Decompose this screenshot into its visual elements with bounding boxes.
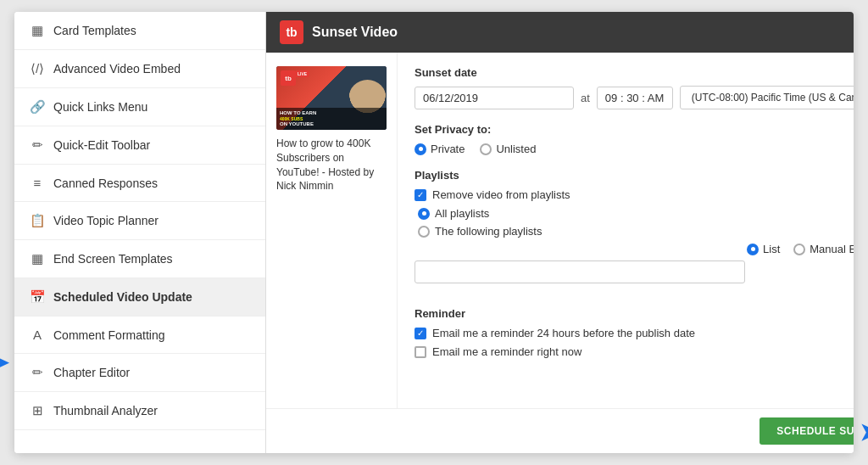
sidebar-item-quick-edit-toolbar[interactable]: ✏Quick-Edit Toolbar (14, 126, 265, 165)
footer-row: SCHEDULE SUNSET (266, 408, 854, 453)
unlisted-radio-label[interactable]: Unlisted (480, 143, 536, 155)
sidebar-item-advanced-video-embed[interactable]: ⟨/⟩Advanced Video Embed (14, 50, 265, 88)
all-playlists-row: All playlists (418, 207, 854, 220)
quick-links-menu-label: Quick Links Menu (53, 100, 147, 114)
thumb-headline: HOW TO EARN (280, 110, 383, 116)
time-input[interactable] (597, 87, 673, 109)
reminder-now-checkbox[interactable] (415, 346, 426, 358)
quick-edit-toolbar-icon: ✏ (30, 137, 45, 153)
end-screen-templates-icon: ▦ (30, 251, 45, 266)
thumb-platform: ON YOUTUBE (280, 121, 383, 127)
main-panel: tb Sunset Video ? ✕ tb LIVE (266, 12, 854, 453)
manual-entry-radio[interactable] (793, 244, 805, 255)
playlists-section: Playlists Remove video from playlists Al… (415, 169, 854, 295)
reminder-label: Reminder (415, 307, 854, 320)
scheduled-video-update-icon: 📅 (30, 289, 45, 305)
list-manual-row: List Manual Entry (415, 243, 854, 255)
remove-playlists-checkbox[interactable] (415, 189, 426, 201)
privacy-row: Private Unlisted (415, 143, 854, 155)
timezone-select[interactable]: (UTC-08:00) Pacific Time (US & Canada) (680, 86, 854, 109)
reminder-24h-row: Email me a reminder 24 hours before the … (415, 327, 854, 339)
following-playlists-label: The following playlists (435, 225, 542, 238)
chapter-editor-icon: ✏ (30, 365, 45, 380)
reminder-now-row: Email me a reminder right now (415, 345, 854, 358)
card-templates-label: Card Templates (53, 24, 136, 37)
live-badge: LIVE (295, 70, 309, 77)
sidebar-item-thumbnail-analyzer[interactable]: ⊞Thumbnail Analyzer (14, 392, 265, 430)
sidebar: ▦Card Templates⟨/⟩Advanced Video Embed🔗Q… (14, 12, 266, 453)
sunset-date-label: Sunset date (415, 66, 854, 79)
manual-entry-label: Manual Entry (810, 243, 854, 255)
all-playlists-label: All playlists (435, 207, 489, 220)
list-radio-label[interactable]: List (747, 243, 780, 255)
sidebar-item-canned-responses[interactable]: ≡Canned Responses (14, 165, 265, 202)
comment-formatting-label: Comment Formatting (53, 328, 164, 342)
video-title: How to grow to 400K Subscribers on YouTu… (276, 137, 387, 193)
reminder-24h-label: Email me a reminder 24 hours before the … (432, 327, 695, 339)
reminder-section: Reminder Email me a reminder 24 hours be… (415, 307, 854, 358)
reminder-now-label: Email me a reminder right now (432, 345, 581, 358)
all-playlists-radio[interactable] (418, 208, 430, 220)
private-label: Private (431, 143, 465, 155)
remove-playlists-label: Remove video from playlists (432, 188, 570, 201)
video-topic-planner-icon: 📋 (30, 213, 45, 228)
video-panel: tb LIVE HOW TO EARN 400K SUBS ON YOUTUBE… (266, 53, 398, 408)
sidebar-item-end-screen-templates[interactable]: ▦End Screen Templates (14, 240, 265, 278)
end-screen-templates-label: End Screen Templates (53, 252, 173, 266)
sidebar-item-card-templates[interactable]: ▦Card Templates (14, 12, 265, 50)
thumb-logo: tb (281, 70, 296, 86)
card-templates-icon: ▦ (30, 23, 45, 38)
canned-responses-icon: ≡ (30, 176, 45, 190)
quick-links-menu-icon: 🔗 (30, 99, 45, 115)
following-playlists-radio[interactable] (418, 226, 430, 238)
advanced-video-embed-icon: ⟨/⟩ (30, 61, 45, 76)
at-label: at (581, 92, 590, 104)
thumbnail-analyzer-icon: ⊞ (30, 403, 45, 418)
unlisted-label: Unlisted (496, 143, 536, 155)
private-radio[interactable] (415, 143, 426, 155)
modal-logo: tb (280, 20, 303, 44)
date-row: at (UTC-08:00) Pacific Time (US & Canada… (415, 86, 854, 109)
list-label: List (763, 243, 780, 255)
schedule-sunset-button[interactable]: SCHEDULE SUNSET (760, 417, 854, 445)
video-thumbnail: tb LIVE HOW TO EARN 400K SUBS ON YOUTUBE (276, 66, 387, 130)
reminder-24h-checkbox[interactable] (415, 328, 426, 339)
advanced-video-embed-label: Advanced Video Embed (53, 62, 181, 76)
sidebar-item-comment-formatting[interactable]: AComment Formatting (14, 317, 265, 354)
canned-responses-label: Canned Responses (53, 176, 158, 190)
modal-header: tb Sunset Video ? ✕ (266, 12, 854, 53)
thumbnail-analyzer-label: Thumbnail Analyzer (53, 404, 158, 417)
modal-body: tb LIVE HOW TO EARN 400K SUBS ON YOUTUBE… (266, 53, 854, 408)
sidebar-item-scheduled-video-update[interactable]: 📅Scheduled Video Update (14, 278, 265, 317)
scheduled-video-update-label: Scheduled Video Update (53, 290, 192, 304)
video-topic-planner-label: Video Topic Planner (53, 214, 159, 227)
right-arrow-indicator: ➤ (860, 418, 868, 446)
left-arrow-indicator: ➤ (0, 349, 8, 377)
remove-playlists-row: Remove video from playlists (415, 188, 854, 201)
list-radio[interactable] (747, 244, 759, 255)
modal-title: Sunset Video (312, 25, 854, 40)
sidebar-item-video-topic-planner[interactable]: 📋Video Topic Planner (14, 202, 265, 240)
following-playlists-row: The following playlists (418, 225, 854, 238)
privacy-label: Set Privacy to: (415, 123, 854, 136)
sidebar-item-quick-links-menu[interactable]: 🔗Quick Links Menu (14, 88, 265, 126)
form-panel: Sunset date at (UTC-08:00) Pacific Time … (398, 53, 854, 408)
comment-formatting-icon: A (30, 328, 45, 342)
thumb-text-area: HOW TO EARN 400K SUBS ON YOUTUBE (276, 108, 387, 130)
playlist-input[interactable] (415, 261, 745, 283)
private-radio-label[interactable]: Private (415, 143, 465, 155)
manual-entry-radio-label[interactable]: Manual Entry (793, 243, 854, 255)
quick-edit-toolbar-label: Quick-Edit Toolbar (53, 138, 150, 152)
sidebar-item-chapter-editor[interactable]: ✏Chapter Editor (14, 354, 265, 392)
unlisted-radio[interactable] (480, 143, 492, 155)
chapter-editor-label: Chapter Editor (53, 366, 130, 379)
playlists-label: Playlists (415, 169, 854, 182)
date-input[interactable] (415, 87, 574, 109)
